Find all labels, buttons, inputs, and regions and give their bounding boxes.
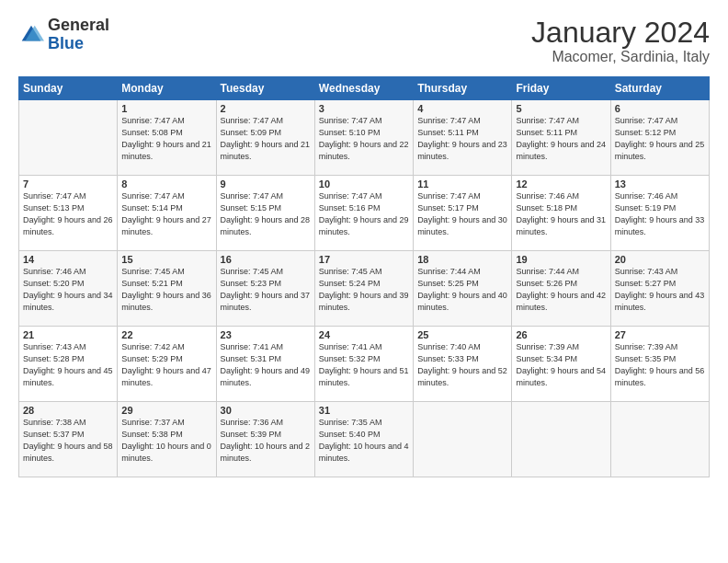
day-info: Sunrise: 7:47 AMSunset: 5:09 PMDaylight:…: [221, 115, 311, 163]
day-info: Sunrise: 7:44 AMSunset: 5:26 PMDaylight:…: [516, 266, 606, 314]
month-title: January 2024: [531, 17, 710, 49]
weekday-header-friday: Friday: [512, 77, 610, 100]
calendar-cell: 14Sunrise: 7:46 AMSunset: 5:20 PMDayligh…: [19, 251, 118, 327]
calendar-week-row: 21Sunrise: 7:43 AMSunset: 5:28 PMDayligh…: [19, 327, 710, 402]
calendar-cell: 29Sunrise: 7:37 AMSunset: 5:38 PMDayligh…: [118, 402, 216, 477]
weekday-header-saturday: Saturday: [610, 77, 709, 100]
calendar-cell: 25Sunrise: 7:40 AMSunset: 5:33 PMDayligh…: [414, 327, 512, 402]
day-info: Sunrise: 7:39 AMSunset: 5:35 PMDaylight:…: [615, 341, 705, 389]
day-number: 19: [516, 254, 606, 265]
calendar-cell: 16Sunrise: 7:45 AMSunset: 5:23 PMDayligh…: [216, 251, 314, 327]
calendar-week-row: 14Sunrise: 7:46 AMSunset: 5:20 PMDayligh…: [19, 251, 710, 327]
day-info: Sunrise: 7:44 AMSunset: 5:25 PMDaylight:…: [417, 266, 507, 314]
day-number: 11: [417, 178, 507, 190]
day-number: 15: [121, 254, 211, 265]
calendar-cell: 18Sunrise: 7:44 AMSunset: 5:25 PMDayligh…: [414, 251, 512, 327]
day-info: Sunrise: 7:40 AMSunset: 5:33 PMDaylight:…: [417, 341, 507, 389]
day-number: 5: [516, 103, 606, 114]
calendar-cell: 6Sunrise: 7:47 AMSunset: 5:12 PMDaylight…: [610, 100, 709, 176]
calendar-cell: 28Sunrise: 7:38 AMSunset: 5:37 PMDayligh…: [19, 402, 118, 477]
calendar-cell: 22Sunrise: 7:42 AMSunset: 5:29 PMDayligh…: [118, 327, 216, 402]
day-info: Sunrise: 7:39 AMSunset: 5:34 PMDaylight:…: [516, 341, 606, 389]
calendar-cell: 4Sunrise: 7:47 AMSunset: 5:11 PMDaylight…: [414, 100, 512, 176]
calendar-cell: 21Sunrise: 7:43 AMSunset: 5:28 PMDayligh…: [19, 327, 118, 402]
day-number: 16: [221, 254, 311, 265]
calendar-cell: 30Sunrise: 7:36 AMSunset: 5:39 PMDayligh…: [216, 402, 314, 477]
day-info: Sunrise: 7:47 AMSunset: 5:17 PMDaylight:…: [417, 190, 507, 238]
day-number: 23: [221, 329, 311, 340]
day-info: Sunrise: 7:46 AMSunset: 5:18 PMDaylight:…: [516, 190, 606, 238]
day-info: Sunrise: 7:41 AMSunset: 5:31 PMDaylight:…: [221, 341, 311, 389]
day-info: Sunrise: 7:46 AMSunset: 5:20 PMDaylight:…: [23, 266, 113, 314]
day-number: 20: [615, 254, 705, 265]
calendar-cell: 15Sunrise: 7:45 AMSunset: 5:21 PMDayligh…: [118, 251, 216, 327]
day-number: 27: [615, 329, 705, 340]
calendar-cell: 31Sunrise: 7:35 AMSunset: 5:40 PMDayligh…: [314, 402, 413, 477]
day-number: 12: [516, 178, 606, 190]
calendar-cell: 13Sunrise: 7:46 AMSunset: 5:19 PMDayligh…: [610, 176, 709, 251]
day-number: 21: [23, 329, 113, 340]
calendar-cell: 24Sunrise: 7:41 AMSunset: 5:32 PMDayligh…: [314, 327, 413, 402]
day-info: Sunrise: 7:45 AMSunset: 5:21 PMDaylight:…: [121, 266, 211, 314]
day-info: Sunrise: 7:41 AMSunset: 5:32 PMDaylight:…: [319, 341, 409, 389]
day-number: 28: [23, 405, 113, 416]
calendar-cell: 8Sunrise: 7:47 AMSunset: 5:14 PMDaylight…: [118, 176, 216, 251]
day-info: Sunrise: 7:43 AMSunset: 5:28 PMDaylight:…: [23, 341, 113, 389]
location: Macomer, Sardinia, Italy: [531, 49, 710, 65]
day-info: Sunrise: 7:47 AMSunset: 5:16 PMDaylight:…: [319, 190, 409, 238]
day-info: Sunrise: 7:47 AMSunset: 5:15 PMDaylight:…: [221, 190, 311, 238]
day-number: 29: [121, 405, 211, 416]
weekday-header-thursday: Thursday: [414, 77, 512, 100]
calendar-cell: 3Sunrise: 7:47 AMSunset: 5:10 PMDaylight…: [314, 100, 413, 176]
calendar-cell: [610, 402, 709, 477]
weekday-header-wednesday: Wednesday: [314, 77, 413, 100]
calendar-cell: 10Sunrise: 7:47 AMSunset: 5:16 PMDayligh…: [314, 176, 413, 251]
calendar-cell: 5Sunrise: 7:47 AMSunset: 5:11 PMDaylight…: [512, 100, 610, 176]
day-number: 25: [417, 329, 507, 340]
weekday-header-row: SundayMondayTuesdayWednesdayThursdayFrid…: [19, 77, 710, 100]
calendar-cell: 23Sunrise: 7:41 AMSunset: 5:31 PMDayligh…: [216, 327, 314, 402]
calendar-cell: 7Sunrise: 7:47 AMSunset: 5:13 PMDaylight…: [19, 176, 118, 251]
calendar-week-row: 28Sunrise: 7:38 AMSunset: 5:37 PMDayligh…: [19, 402, 710, 477]
title-block: January 2024 Macomer, Sardinia, Italy: [531, 17, 710, 65]
weekday-header-monday: Monday: [118, 77, 216, 100]
page-container: General Blue January 2024 Macomer, Sardi…: [0, 0, 728, 487]
day-info: Sunrise: 7:47 AMSunset: 5:11 PMDaylight:…: [417, 115, 507, 163]
calendar-cell: 27Sunrise: 7:39 AMSunset: 5:35 PMDayligh…: [610, 327, 709, 402]
day-info: Sunrise: 7:47 AMSunset: 5:13 PMDaylight:…: [23, 190, 113, 238]
day-info: Sunrise: 7:36 AMSunset: 5:39 PMDaylight:…: [221, 417, 311, 465]
calendar-cell: [19, 100, 118, 176]
calendar-cell: 9Sunrise: 7:47 AMSunset: 5:15 PMDaylight…: [216, 176, 314, 251]
calendar-week-row: 7Sunrise: 7:47 AMSunset: 5:13 PMDaylight…: [19, 176, 710, 251]
day-info: Sunrise: 7:47 AMSunset: 5:10 PMDaylight:…: [319, 115, 409, 163]
day-info: Sunrise: 7:45 AMSunset: 5:24 PMDaylight:…: [319, 266, 409, 314]
weekday-header-sunday: Sunday: [19, 77, 118, 100]
calendar-cell: 26Sunrise: 7:39 AMSunset: 5:34 PMDayligh…: [512, 327, 610, 402]
day-info: Sunrise: 7:37 AMSunset: 5:38 PMDaylight:…: [121, 417, 211, 465]
logo-blue: Blue: [48, 35, 109, 53]
calendar-cell: 1Sunrise: 7:47 AMSunset: 5:08 PMDaylight…: [118, 100, 216, 176]
day-number: 17: [319, 254, 409, 265]
calendar-cell: 17Sunrise: 7:45 AMSunset: 5:24 PMDayligh…: [314, 251, 413, 327]
weekday-header-tuesday: Tuesday: [216, 77, 314, 100]
calendar-cell: 20Sunrise: 7:43 AMSunset: 5:27 PMDayligh…: [610, 251, 709, 327]
day-number: 6: [615, 103, 705, 114]
logo-icon: [18, 22, 44, 48]
day-info: Sunrise: 7:47 AMSunset: 5:11 PMDaylight:…: [516, 115, 606, 163]
day-info: Sunrise: 7:45 AMSunset: 5:23 PMDaylight:…: [221, 266, 311, 314]
day-info: Sunrise: 7:47 AMSunset: 5:12 PMDaylight:…: [615, 115, 705, 163]
day-number: 4: [417, 103, 507, 114]
day-number: 7: [23, 178, 113, 190]
day-number: 14: [23, 254, 113, 265]
header: General Blue January 2024 Macomer, Sardi…: [18, 17, 710, 65]
day-number: 26: [516, 329, 606, 340]
calendar-cell: 12Sunrise: 7:46 AMSunset: 5:18 PMDayligh…: [512, 176, 610, 251]
day-info: Sunrise: 7:42 AMSunset: 5:29 PMDaylight:…: [121, 341, 211, 389]
day-info: Sunrise: 7:35 AMSunset: 5:40 PMDaylight:…: [319, 417, 409, 465]
day-number: 1: [121, 103, 211, 114]
logo-text: General Blue: [48, 17, 109, 53]
day-number: 3: [319, 103, 409, 114]
day-info: Sunrise: 7:43 AMSunset: 5:27 PMDaylight:…: [615, 266, 705, 314]
day-number: 24: [319, 329, 409, 340]
day-number: 2: [221, 103, 311, 114]
